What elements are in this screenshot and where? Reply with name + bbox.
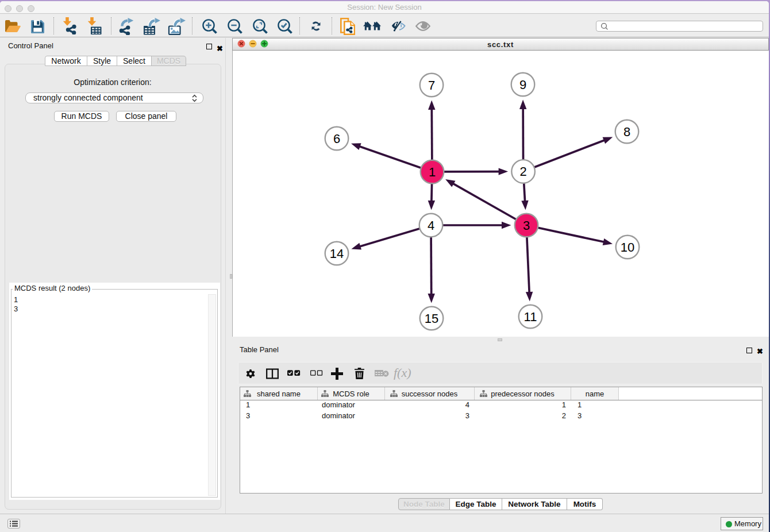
svg-text:14: 14	[330, 246, 344, 261]
svg-text:11: 11	[524, 310, 537, 324]
svg-text:9: 9	[519, 78, 526, 92]
svg-text:6: 6	[333, 132, 340, 146]
svg-text:2: 2	[519, 164, 526, 179]
svg-text:1: 1	[429, 165, 436, 179]
svg-text:4: 4	[428, 218, 434, 233]
svg-text:3: 3	[523, 218, 530, 233]
svg-text:15: 15	[425, 311, 438, 326]
svg-text:10: 10	[621, 240, 634, 255]
svg-text:7: 7	[428, 78, 435, 92]
svg-text:8: 8	[623, 125, 630, 139]
